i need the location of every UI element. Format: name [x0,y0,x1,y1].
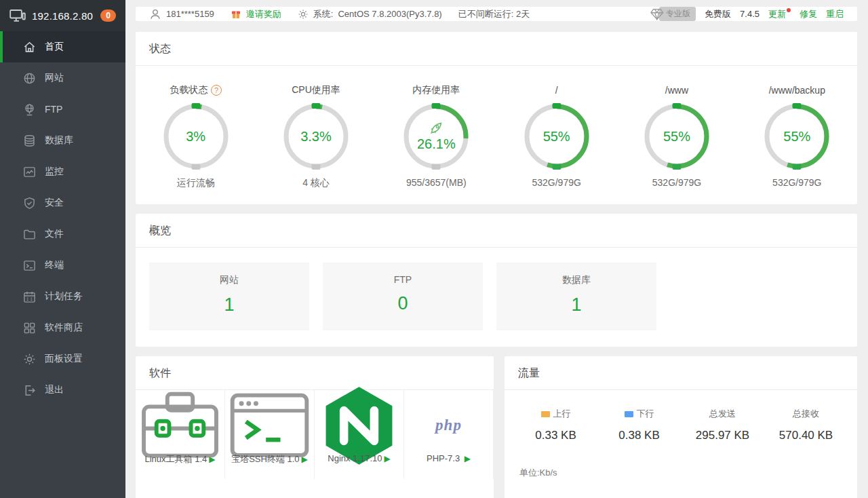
overview-item-count: 0 [323,293,483,314]
traffic-stat-label: 上行 [553,408,571,420]
monitor-icon [23,166,36,178]
pro-badge-label: 专业版 [659,7,696,21]
folder-icon [23,228,36,241]
traffic-stat-value: 0.38 KB [597,429,681,442]
sidebar-item-label: 面板设置 [45,353,83,365]
gauge-value: 55% [783,129,810,145]
sidebar-item-cron[interactable]: 计划任务 [0,281,125,312]
restart-button[interactable]: 重启 [826,8,844,20]
sidebar-item-label: 终端 [45,259,64,271]
gift-icon [231,9,241,20]
sidebar-item-monitor[interactable]: 监控 [0,156,125,187]
gauge-sub-label: 532G/979G [652,177,701,188]
sidebar-item-terminal[interactable]: 终端 [0,250,125,281]
overview-item-ftp[interactable]: FTP 0 [323,263,483,330]
gauge-ring: 55% [644,104,709,169]
gauge-ring: 3% [163,104,229,169]
traffic-stat-up: 上行 0.33 KB [514,408,597,442]
gauge-title: 负载状态 [170,84,208,96]
traffic-stat-label: 总接收 [793,408,819,420]
sidebar-item-files[interactable]: 文件 [0,218,125,250]
system-value: CentOS 7.8.2003(Py3.7.8) [338,9,441,19]
update-button[interactable]: 更新 [768,8,791,20]
repair-button[interactable]: 修复 [800,8,817,20]
traffic-stat-label: 下行 [637,408,654,420]
traffic-row: 上行 0.33 KB 下行 0.38 KB 总发送 295.97 KB [514,408,848,442]
message-count-badge[interactable]: 0 [100,9,116,22]
software-item-label: 宝塔SSH终端 1.0 [231,454,299,464]
sidebar-item-home[interactable]: 首页 [0,31,125,62]
sidebar-item-label: 首页 [45,41,64,53]
play-icon: ▶ [465,454,471,463]
overview-item-database[interactable]: 数据库 1 [496,263,656,330]
sidebar-item-appstore[interactable]: 软件商店 [0,312,125,343]
play-icon: ▶ [209,455,215,464]
software-title: 软件 [136,356,494,390]
gauge-row: 负载状态 ? 3% [136,66,857,204]
software-item-label: Nginx 1.17.10 [328,453,382,463]
overview-item-label: FTP [323,274,483,285]
status-title: 状态 [136,32,857,66]
traffic-stat-value: 295.97 KB [681,429,764,442]
traffic-stat-total-received: 总接收 570.40 KB [764,408,848,442]
sidebar-item-database[interactable]: 数据库 [0,125,125,156]
gauge-sub-label: 4 核心 [302,177,330,189]
sidebar-item-settings[interactable]: 面板设置 [0,343,125,375]
software-item-linux-toolbox[interactable]: Linux工具箱 1.4▶ [136,390,225,479]
overview-item-sites[interactable]: 网站 1 [149,263,309,330]
sidebar-item-label: 网站 [45,72,64,84]
software-item-nginx[interactable]: Nginx 1.17.10▶ [315,390,404,479]
database-icon [23,134,36,147]
topbar-user[interactable]: 181****5159 [149,8,214,20]
gear-icon [23,353,36,366]
shield-icon [23,197,36,210]
main-content: 181****5159 邀请奖励 系统: CentOS 7.8.2003(Py3… [125,0,868,498]
calendar-icon [23,290,36,303]
sidebar-item-label: 文件 [45,228,64,240]
gauge-title: CPU使用率 [292,84,340,96]
help-icon[interactable]: ? [211,85,222,96]
sidebar-item-label: FTP [45,104,62,115]
gauge-value: 3% [186,129,205,145]
toolbox-icon [138,409,222,442]
gauge-title: /www/backup [769,85,825,96]
sidebar-item-sites[interactable]: 网站 [0,62,125,94]
globe-icon [23,72,36,85]
panel-version: 7.4.5 [740,9,760,19]
gauge-value: 3.3% [300,129,332,145]
gauge-cpu: CPU使用率 3.3% [256,83,376,189]
gauge-title: 内存使用率 [412,84,460,96]
traffic-stat-total-sent: 总发送 295.97 KB [681,408,764,442]
overview-item-label: 网站 [149,274,309,286]
sidebar-item-security[interactable]: 安全 [0,187,125,218]
sidebar-item-logout[interactable]: 退出 [0,375,125,406]
software-item-ssh-terminal[interactable]: 宝塔SSH终端 1.0▶ [225,390,315,479]
traffic-title: 流量 [505,356,857,390]
update-notice-dot [787,8,791,12]
traffic-stat-value: 570.40 KB [764,429,848,442]
system-label: 系统: [313,8,334,20]
software-card: 软件 Linux工具箱 1.4▶ 宝塔SSH终端 1.0▶ Nginx [136,356,494,498]
sidebar-item-ftp[interactable]: FTP [0,94,125,125]
overview-row: 网站 1 FTP 0 数据库 1 [136,248,857,347]
diamond-icon [650,8,665,20]
traffic-stat-label: 总发送 [709,408,736,420]
sidebar-item-label: 安全 [45,197,64,209]
gauge-disk-root: / 55% 5 [496,83,616,189]
topbar: 181****5159 邀请奖励 系统: CentOS 7.8.2003(Py3… [136,7,857,21]
gauge-sub-label: 运行流畅 [177,177,215,189]
software-item-php[interactable]: php PHP-7.3 ▶ [404,390,494,479]
pro-edition-badge[interactable]: 专业版 [650,7,696,21]
gauge-sub-label: 955/3657(MB) [406,177,467,188]
gauge-value: 55% [543,129,570,145]
ssh-terminal-icon [228,409,311,442]
uptime: 已不间断运行: 2天 [458,8,530,20]
invite-reward-link[interactable]: 邀请奖励 [231,8,281,20]
sidebar: 192.168.2.80 0 首页 网站 FTP 数据库 [0,0,125,498]
user-icon [149,8,161,20]
traffic-stat-value: 0.33 KB [514,429,597,442]
user-name: 181****5159 [166,9,214,19]
gauge-memory: 内存使用率 26.1% [376,83,496,189]
sidebar-item-label: 监控 [45,166,64,178]
gauge-value: 26.1% [417,136,456,152]
